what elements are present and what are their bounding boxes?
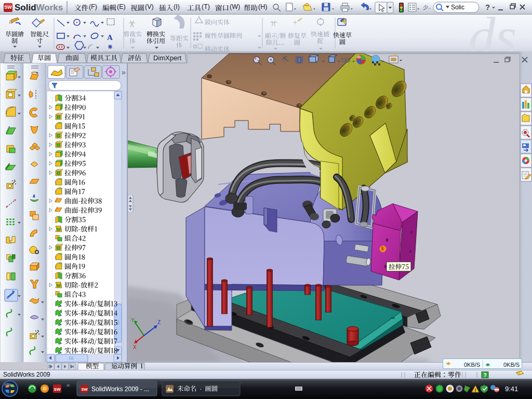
svg-text:0KB/S: 0KB/S <box>464 362 480 368</box>
svg-text:»: » <box>66 382 70 388</box>
svg-text:9:41: 9:41 <box>505 385 518 393</box>
svg-text:SW: SW <box>54 387 61 392</box>
svg-text:?: ? <box>485 3 490 11</box>
svg-text:ds: ds <box>468 15 516 51</box>
svg-text:!: ! <box>475 388 476 393</box>
svg-text:?: ? <box>483 373 486 378</box>
svg-text:SW: SW <box>81 387 88 392</box>
svg-text:0KB/S: 0KB/S <box>503 362 520 368</box>
svg-text:+: + <box>293 18 297 26</box>
svg-text:少..: 少.. <box>423 4 431 10</box>
svg-text:Y: Y <box>131 317 135 323</box>
svg-text:X: X <box>133 344 137 350</box>
svg-text:A: A <box>107 33 113 42</box>
svg-text:SolidWorks: SolidWorks <box>15 3 63 12</box>
svg-text:Solic: Solic <box>451 4 464 11</box>
svg-text:DimXpert: DimXpert <box>153 54 182 62</box>
svg-text:Z: Z <box>157 320 161 325</box>
svg-text:SW: SW <box>4 5 12 10</box>
